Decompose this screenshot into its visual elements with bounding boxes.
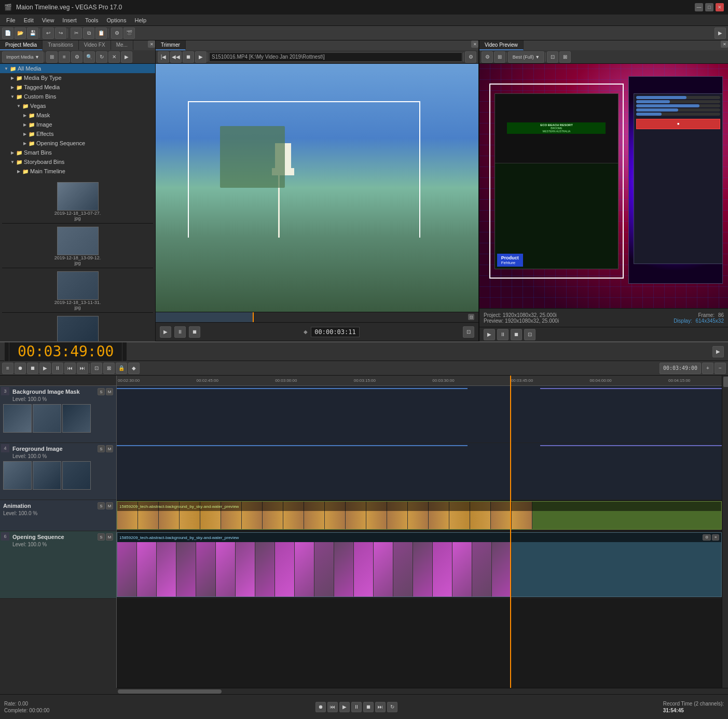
tl-record[interactable]: ⏺ <box>15 363 26 374</box>
import-media-btn[interactable]: Import Media ▼ <box>2 51 44 63</box>
tree-item-tagged-media[interactable]: ▶ 📁 Tagged Media <box>0 82 155 92</box>
h-scrollbar[interactable] <box>117 688 728 694</box>
panel-close-btn[interactable]: ✕ <box>148 40 155 48</box>
tree-item-storyboard-bins[interactable]: ▼ 📁 Storyboard Bins <box>0 157 155 167</box>
play-btn[interactable]: ▶ <box>339 702 350 712</box>
vp-close-btn[interactable]: ✕ <box>721 40 728 48</box>
copy-btn[interactable]: ⧉ <box>83 27 94 39</box>
menu-file[interactable]: File <box>2 16 20 24</box>
menu-help[interactable]: Help <box>130 16 150 24</box>
tree-item-opening-sequence[interactable]: ▶ 📁 Opening Sequence <box>0 139 155 148</box>
minimize-button[interactable]: — <box>695 3 703 11</box>
track-mute-bg[interactable]: M <box>106 388 113 395</box>
tl-snap[interactable]: ⊡ <box>91 363 102 374</box>
redo-btn[interactable]: ↪ <box>55 27 66 39</box>
vp-quality[interactable]: Best (Full) ▼ <box>508 51 544 63</box>
tab-project-media[interactable]: Project Media <box>0 40 43 50</box>
track-mute-fg[interactable]: M <box>106 445 113 452</box>
pm-play[interactable]: ▶ <box>121 51 132 63</box>
clip-bg-image-1[interactable]: Image ... A ⚙ <box>117 388 468 389</box>
trim-transport-play[interactable]: ▶ <box>160 326 171 338</box>
vp-safe-area[interactable]: ⊠ <box>559 51 571 63</box>
new-btn[interactable]: 📄 <box>2 27 13 39</box>
tl-rew[interactable]: ⏮ <box>64 363 76 374</box>
tree-item-vegas[interactable]: ▼ 📁 Vegas <box>0 101 155 110</box>
track-mute-opening[interactable]: M <box>106 533 113 541</box>
tl-stop[interactable]: ⏹ <box>27 363 38 374</box>
tl-menu[interactable]: ≡ <box>2 363 13 374</box>
trim-btn3[interactable]: ⏹ <box>183 51 194 63</box>
vp-loop[interactable]: ⊡ <box>524 329 535 340</box>
cut-btn[interactable]: ✂ <box>71 27 82 39</box>
clip-fg-effects-1[interactable]: Eff... <box>540 445 722 446</box>
vp-settings[interactable]: ⚙ <box>482 51 493 63</box>
rec-btn[interactable]: ⏺ <box>315 702 326 712</box>
menu-options[interactable]: Options <box>103 16 131 24</box>
tab-me[interactable]: Me... <box>111 40 133 50</box>
tl-marker[interactable]: ◆ <box>128 363 140 374</box>
pm-btn1[interactable]: ⊞ <box>46 51 58 63</box>
tab-transitions[interactable]: Transitions <box>43 40 79 50</box>
tree-item-smart-bins[interactable]: ▶ 📁 Smart Bins <box>0 148 155 157</box>
timeline-ruler[interactable]: 00:02:30:00 00:02:45:00 00:03:00:00 00:0… <box>117 376 722 386</box>
thumb-4[interactable]: 2019-12-18_13-12-27.jpg <box>2 314 153 341</box>
undo-btn[interactable]: ↩ <box>43 27 54 39</box>
pm-btn2[interactable]: ≡ <box>59 51 70 63</box>
tl-pause[interactable]: ⏸ <box>52 363 63 374</box>
clip-bg-effects-1[interactable]: Eff... <box>540 388 722 389</box>
trim-settings[interactable]: ⚙ <box>465 51 476 63</box>
vp-play[interactable]: ▶ <box>484 329 495 340</box>
vp-pause[interactable]: ⏸ <box>497 329 509 340</box>
v-scroll-thumb[interactable] <box>723 377 728 387</box>
pm-refresh[interactable]: ↻ <box>96 51 107 63</box>
trim-btn2[interactable]: ◀◀ <box>170 51 182 63</box>
tl-zoom-out[interactable]: − <box>715 363 726 374</box>
next-frame-btn[interactable]: ⏭ <box>375 702 386 712</box>
close-button[interactable]: ✕ <box>716 3 724 11</box>
tree-item-all-media[interactable]: ▼ 📁 All Media <box>0 64 155 73</box>
menu-tools[interactable]: Tools <box>81 16 103 24</box>
open-btn[interactable]: 📂 <box>15 27 26 39</box>
tree-item-main-timeline[interactable]: ▶ 📁 Main Timeline <box>0 167 155 176</box>
tree-item-custom-bins[interactable]: ▼ 📁 Custom Bins <box>0 92 155 101</box>
v-scrollbar[interactable] <box>722 376 728 688</box>
os-expand-btn[interactable]: ≡ <box>712 534 719 541</box>
save-btn[interactable]: 💾 <box>27 27 38 39</box>
tl-ripple[interactable]: ⊠ <box>103 363 115 374</box>
os-fx-btn[interactable]: ⚙ <box>703 534 711 541</box>
stop-btn[interactable]: ⏹ <box>363 702 374 712</box>
clip-animation-1[interactable]: 15859209_tech-abstract-background_by_sky… <box>117 501 722 530</box>
track-solo-bg[interactable]: S <box>98 388 105 395</box>
track-solo-opening[interactable]: S <box>98 533 105 541</box>
vp-grid[interactable]: ⊞ <box>494 51 505 63</box>
tl-scroll-right[interactable]: ▶ <box>712 346 724 357</box>
tl-timecode[interactable]: 00:03:49:00 <box>660 363 701 374</box>
loop-btn[interactable]: ↻ <box>387 702 397 712</box>
tl-lock[interactable]: 🔒 <box>116 363 127 374</box>
trim-loop[interactable]: ⊡ <box>463 326 474 338</box>
thumb-2[interactable]: 2019-12-18_13-09-12.jpg <box>2 225 153 268</box>
menu-view[interactable]: View <box>38 16 59 24</box>
tree-item-effects[interactable]: ▶ 📁 Effects <box>0 129 155 139</box>
trimmer-scrub-bar[interactable]: ⊡ <box>156 312 478 322</box>
pause-btn[interactable]: ⏸ <box>351 702 362 712</box>
trimmer-close-btn[interactable]: ✕ <box>471 40 478 48</box>
tree-item-media-by-type[interactable]: ▶ 📁 Media By Type <box>0 73 155 82</box>
tab-video-fx[interactable]: Video FX <box>79 40 111 50</box>
track-solo-anim[interactable]: S <box>98 502 105 509</box>
trim-transport-stop[interactable]: ⏹ <box>189 326 200 338</box>
trim-btn-play[interactable]: ▶ <box>195 51 207 63</box>
pm-btn3[interactable]: ⚙ <box>71 51 83 63</box>
tab-trimmer[interactable]: Trimmer <box>156 40 186 50</box>
pm-delete[interactable]: ✕ <box>108 51 120 63</box>
thumb-3[interactable]: 2019-12-18_13-11-31.jpg <box>2 269 153 313</box>
render-btn[interactable]: ▶ <box>715 27 726 39</box>
tab-video-preview[interactable]: Video Preview <box>479 40 524 50</box>
vp-snap[interactable]: ⊡ <box>547 51 558 63</box>
vp-stop[interactable]: ⏹ <box>511 329 522 340</box>
track-solo-fg[interactable]: S <box>98 445 105 452</box>
trim-btn1[interactable]: |◀ <box>158 51 169 63</box>
maximize-button[interactable]: □ <box>705 3 713 11</box>
tree-item-mask[interactable]: ▶ 📁 Mask <box>0 110 155 120</box>
thumb-1[interactable]: 2019-12-18_13-07-27.jpg <box>2 180 153 224</box>
